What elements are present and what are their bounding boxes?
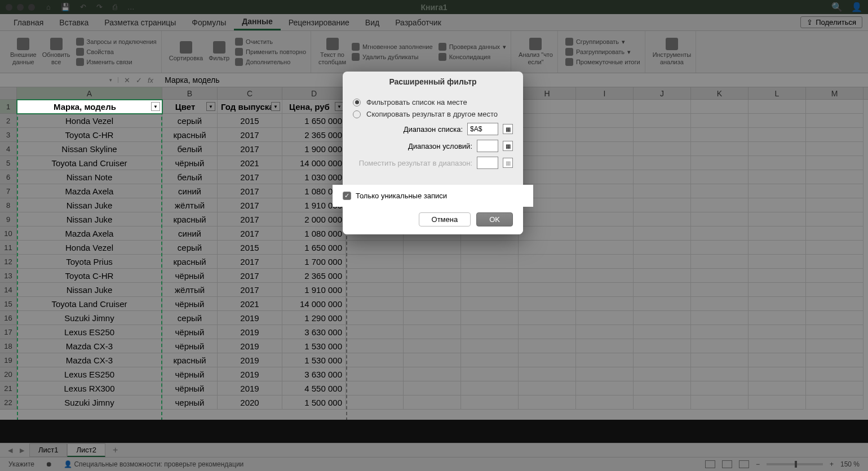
filter-button[interactable]: Фильтр xyxy=(209,41,229,62)
cell[interactable] xyxy=(691,241,749,255)
cell[interactable]: жёлтый xyxy=(162,198,218,212)
criteria-range-input[interactable] xyxy=(477,140,498,152)
cell[interactable] xyxy=(519,311,576,325)
cell[interactable] xyxy=(461,269,519,283)
cell[interactable] xyxy=(749,297,806,311)
cell[interactable] xyxy=(806,381,863,396)
cell[interactable] xyxy=(634,226,691,241)
cell[interactable] xyxy=(576,353,634,367)
range-selector-icon[interactable]: ▦ xyxy=(503,141,513,151)
normal-view-icon[interactable] xyxy=(705,460,715,468)
cell[interactable] xyxy=(806,339,863,353)
flash-fill-button[interactable]: Мгновенное заполнение xyxy=(352,43,433,51)
column-header[interactable]: C xyxy=(218,87,282,99)
zoom-in-button[interactable]: + xyxy=(830,460,834,468)
cell[interactable] xyxy=(749,283,806,297)
cell[interactable] xyxy=(404,339,461,353)
cell[interactable] xyxy=(749,339,806,353)
clear-filter-button[interactable]: Очистить xyxy=(235,38,306,46)
row-header[interactable]: 13 xyxy=(0,269,17,283)
close-icon[interactable] xyxy=(6,4,12,11)
column-header[interactable]: L xyxy=(749,87,806,99)
cell[interactable] xyxy=(806,367,863,381)
cell[interactable]: 2 365 000 xyxy=(282,269,346,283)
cell[interactable]: серый xyxy=(162,241,218,255)
cell[interactable] xyxy=(749,311,806,325)
cell[interactable] xyxy=(404,269,461,283)
cell[interactable] xyxy=(404,311,461,325)
column-header[interactable]: A xyxy=(17,87,162,99)
cell[interactable] xyxy=(461,283,519,297)
cell[interactable]: Honda Vezel xyxy=(17,114,162,128)
column-header[interactable]: B xyxy=(162,87,218,99)
cell[interactable]: 2017 xyxy=(218,283,282,297)
cell[interactable]: 2019 xyxy=(218,367,282,381)
row-header[interactable]: 12 xyxy=(0,255,17,269)
cell[interactable] xyxy=(634,255,691,269)
zoom-level[interactable]: 150 % xyxy=(840,460,860,468)
cell[interactable]: жёлтый xyxy=(162,283,218,297)
cell[interactable] xyxy=(634,339,691,353)
cell[interactable] xyxy=(749,212,806,226)
cell[interactable] xyxy=(749,241,806,255)
cell[interactable] xyxy=(404,241,461,255)
cell[interactable] xyxy=(576,283,634,297)
cell[interactable] xyxy=(691,100,749,114)
add-sheet-button[interactable]: + xyxy=(108,445,122,455)
cell[interactable] xyxy=(576,311,634,325)
cell[interactable]: 2017 xyxy=(218,128,282,142)
undo-icon[interactable]: ↶ xyxy=(80,3,86,11)
cell[interactable] xyxy=(461,367,519,381)
cell[interactable] xyxy=(519,128,576,142)
cell[interactable] xyxy=(634,170,691,184)
cell[interactable]: Mazda Axela xyxy=(17,226,162,241)
cell[interactable] xyxy=(634,353,691,367)
cell[interactable] xyxy=(749,128,806,142)
cell[interactable] xyxy=(634,367,691,381)
cell[interactable] xyxy=(461,339,519,353)
filter-dropdown-icon[interactable]: ▼ xyxy=(271,102,280,111)
whatif-button[interactable]: Анализ "что если" xyxy=(519,38,553,66)
cell[interactable]: 1 700 000 xyxy=(282,255,346,269)
column-header[interactable]: I xyxy=(576,87,634,99)
cell[interactable]: Toyota Land Cruiser xyxy=(17,297,162,311)
cell[interactable]: 2017 xyxy=(218,212,282,226)
cell[interactable]: Lexus ES250 xyxy=(17,367,162,381)
cell[interactable] xyxy=(519,283,576,297)
cell[interactable] xyxy=(691,128,749,142)
cell[interactable] xyxy=(576,156,634,170)
cell[interactable] xyxy=(461,311,519,325)
cell[interactable] xyxy=(576,226,634,241)
properties-button[interactable]: Свойства xyxy=(76,48,157,56)
cell[interactable] xyxy=(691,353,749,367)
cell[interactable] xyxy=(749,353,806,367)
row-header[interactable]: 10 xyxy=(0,226,17,241)
share-button[interactable]: ⇪ Поделиться xyxy=(800,16,862,28)
row-header[interactable]: 8 xyxy=(0,198,17,212)
cell[interactable] xyxy=(576,381,634,396)
row-header[interactable]: 21 xyxy=(0,381,17,396)
page-break-view-icon[interactable] xyxy=(739,460,749,468)
cell[interactable] xyxy=(519,170,576,184)
cell[interactable] xyxy=(634,142,691,156)
cell[interactable]: чёрный xyxy=(162,156,218,170)
row-header[interactable]: 9 xyxy=(0,212,17,226)
cell[interactable] xyxy=(461,396,519,410)
cell[interactable] xyxy=(404,381,461,396)
sheet-tab[interactable]: Лист1 xyxy=(29,443,67,457)
cell[interactable]: черный xyxy=(162,396,218,410)
cell[interactable] xyxy=(519,241,576,255)
cell[interactable] xyxy=(806,170,863,184)
filter-dropdown-icon[interactable]: ▼ xyxy=(151,102,160,111)
cell[interactable]: 2017 xyxy=(218,170,282,184)
cell[interactable] xyxy=(749,396,806,410)
sort-button[interactable]: Сортировка xyxy=(169,41,203,62)
cell[interactable] xyxy=(634,269,691,283)
cell[interactable]: чёрный xyxy=(162,381,218,396)
cell[interactable] xyxy=(519,255,576,269)
cell[interactable]: чёрный xyxy=(162,325,218,339)
select-all-corner[interactable] xyxy=(0,87,17,100)
advanced-filter-button[interactable]: Дополнительно xyxy=(235,58,306,66)
cell[interactable] xyxy=(749,325,806,339)
cell[interactable] xyxy=(346,311,404,325)
